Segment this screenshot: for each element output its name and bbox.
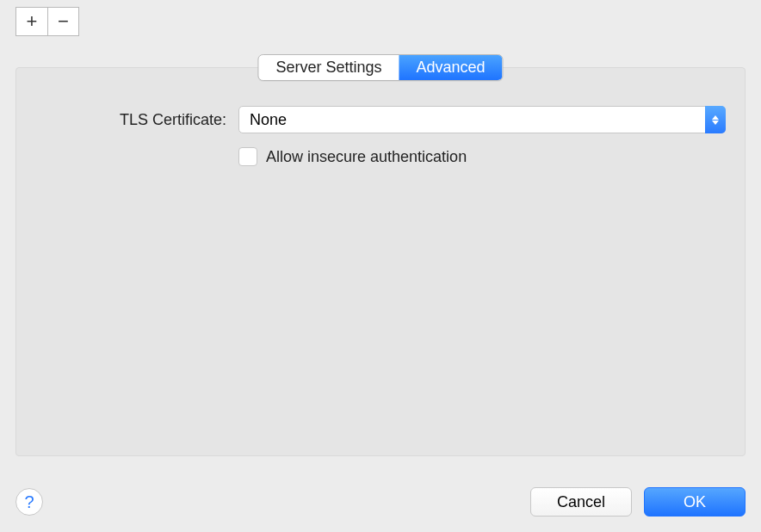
allow-insecure-checkbox[interactable] bbox=[238, 147, 257, 166]
help-button[interactable]: ? bbox=[15, 488, 43, 516]
allow-insecure-row: Allow insecure authentication bbox=[238, 147, 467, 166]
cancel-button[interactable]: Cancel bbox=[530, 487, 632, 517]
add-button[interactable]: + bbox=[16, 8, 47, 35]
chevron-up-down-icon bbox=[705, 106, 726, 133]
tab-bar: Server Settings Advanced bbox=[257, 54, 503, 81]
tls-certificate-label: TLS Certificate: bbox=[16, 111, 238, 129]
tab-advanced[interactable]: Advanced bbox=[399, 55, 503, 80]
tls-certificate-popup[interactable]: None bbox=[238, 106, 726, 133]
tab-server-settings[interactable]: Server Settings bbox=[258, 55, 399, 80]
ok-button[interactable]: OK bbox=[644, 487, 746, 517]
tls-certificate-row: TLS Certificate: None bbox=[16, 106, 726, 133]
allow-insecure-label: Allow insecure authentication bbox=[266, 148, 467, 166]
add-remove-group: + − bbox=[15, 7, 79, 36]
tls-certificate-value: None bbox=[250, 111, 287, 129]
remove-button[interactable]: − bbox=[47, 8, 78, 35]
dialog-footer: ? Cancel OK bbox=[15, 487, 746, 517]
settings-panel: Server Settings Advanced TLS Certificate… bbox=[15, 67, 746, 456]
